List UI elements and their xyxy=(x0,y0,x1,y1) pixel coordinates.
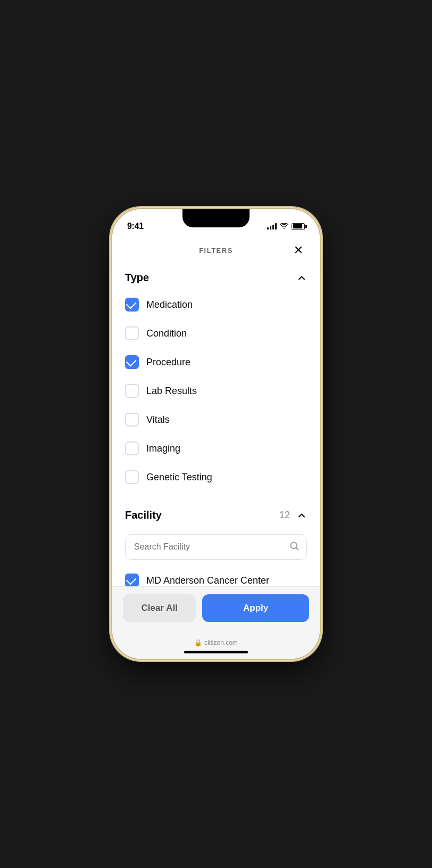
facility-count: 12 xyxy=(279,510,290,521)
filter-label-medication: Medication xyxy=(146,299,193,310)
status-time: 9:41 xyxy=(127,222,144,231)
filter-item-vitals[interactable]: Vitals xyxy=(125,405,307,434)
modal-content: FILTERS Type xyxy=(112,236,320,586)
footer-url-text: ciitizen.com xyxy=(204,639,238,646)
filter-label-vitals: Vitals xyxy=(146,414,170,425)
facility-chevron-icon[interactable] xyxy=(296,510,307,521)
filter-item-genetic-testing[interactable]: Genetic Testing xyxy=(125,463,307,492)
facility-items: MD Anderson Cancer Center John Hopkins H… xyxy=(112,566,320,586)
lock-icon: 🔒 xyxy=(194,639,202,646)
svg-line-3 xyxy=(296,548,298,550)
close-button[interactable] xyxy=(290,241,307,258)
search-box xyxy=(125,534,307,560)
facility-section: Facility 12 xyxy=(112,501,320,528)
type-chevron-icon[interactable] xyxy=(296,273,307,283)
filter-label-genetic-testing: Genetic Testing xyxy=(146,472,212,483)
modal-title: FILTERS xyxy=(199,247,233,255)
filter-item-medication[interactable]: Medication xyxy=(125,290,307,319)
filter-label-condition: Condition xyxy=(146,328,187,339)
modal-header: FILTERS xyxy=(112,236,320,263)
search-facility-input[interactable] xyxy=(125,534,307,560)
filter-label-imaging: Imaging xyxy=(146,443,180,454)
checkbox-condition[interactable] xyxy=(125,326,139,340)
checkbox-vitals[interactable] xyxy=(125,413,139,427)
facility-section-title: Facility xyxy=(125,509,162,521)
notch xyxy=(182,209,250,227)
section-divider xyxy=(125,496,307,496)
footer-url: 🔒 ciitizen.com xyxy=(194,639,238,646)
filter-item-lab-results[interactable]: Lab Results xyxy=(125,376,307,405)
signal-icon xyxy=(267,223,277,230)
filter-item-procedure[interactable]: Procedure xyxy=(125,348,307,376)
facility-section-header: Facility 12 xyxy=(125,501,307,528)
type-section-header: Type xyxy=(125,263,307,290)
filter-item-condition[interactable]: Condition xyxy=(125,319,307,348)
checkbox-procedure[interactable] xyxy=(125,355,139,369)
type-section-controls xyxy=(296,273,307,283)
filter-item-imaging[interactable]: Imaging xyxy=(125,434,307,463)
facility-section-controls: 12 xyxy=(279,510,307,521)
home-indicator[interactable] xyxy=(184,651,248,653)
checkbox-imaging[interactable] xyxy=(125,441,139,455)
filter-label-procedure: Procedure xyxy=(146,357,190,368)
wifi-icon xyxy=(280,223,288,230)
battery-icon xyxy=(292,223,305,230)
filter-label-md-anderson: MD Anderson Cancer Center xyxy=(146,575,269,586)
checkbox-medication[interactable] xyxy=(125,298,139,312)
bottom-bar: Clear All Apply xyxy=(112,586,320,637)
clear-all-button[interactable]: Clear All xyxy=(123,594,196,622)
search-icon xyxy=(289,541,300,553)
phone-footer: 🔒 ciitizen.com xyxy=(112,637,320,659)
checkbox-lab-results[interactable] xyxy=(125,384,139,398)
apply-button[interactable]: Apply xyxy=(202,594,309,622)
filter-label-lab-results: Lab Results xyxy=(146,386,197,397)
type-section: Type Medication Condition xyxy=(112,263,320,492)
checkbox-md-anderson[interactable] xyxy=(125,574,139,586)
status-icons xyxy=(267,223,305,230)
filter-item-md-anderson[interactable]: MD Anderson Cancer Center xyxy=(125,566,307,586)
type-section-title: Type xyxy=(125,272,149,284)
checkbox-genetic-testing[interactable] xyxy=(125,470,139,484)
